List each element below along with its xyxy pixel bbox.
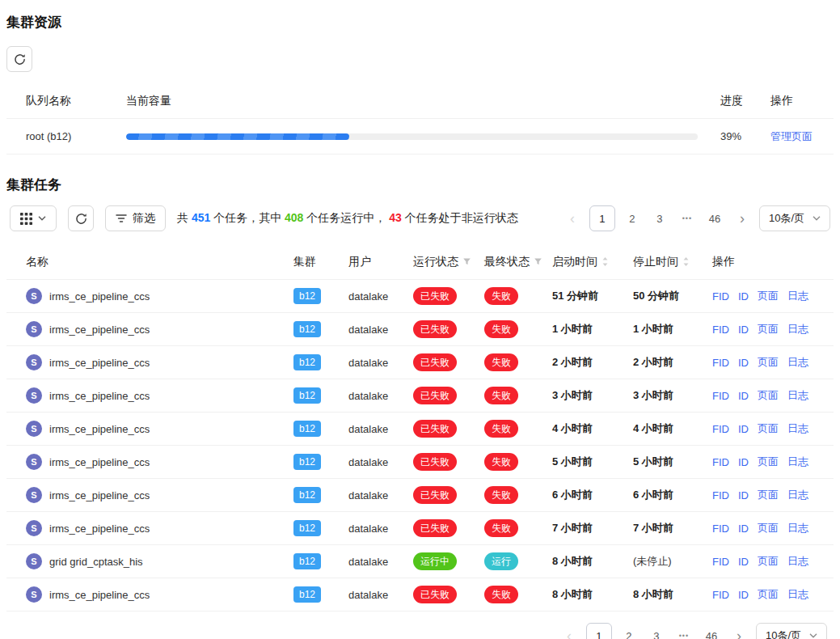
final-status-badge: 失败: [484, 586, 518, 603]
sorter-icon[interactable]: [682, 256, 690, 267]
action-page-link[interactable]: 页面: [758, 322, 779, 336]
action-id-link[interactable]: ID: [738, 357, 749, 369]
page-next-icon[interactable]: ›: [732, 206, 753, 231]
action-id-link[interactable]: ID: [738, 290, 749, 303]
column-start-time[interactable]: 启动时间: [552, 255, 633, 269]
action-fid-link[interactable]: FID: [712, 456, 729, 468]
task-name: irms_ce_pipeline_ccs: [49, 456, 150, 468]
spark-avatar-icon: S: [26, 354, 42, 370]
cluster-tag: b12: [293, 454, 321, 470]
filter-funnel-icon[interactable]: [462, 257, 471, 266]
action-page-link[interactable]: 页面: [758, 488, 779, 502]
row-actions: FIDID页面日志: [712, 421, 821, 436]
action-log-link[interactable]: 日志: [787, 355, 808, 370]
action-id-link[interactable]: ID: [738, 324, 749, 336]
spark-avatar-icon: S: [26, 321, 42, 337]
page-item-2[interactable]: 2: [622, 206, 643, 231]
column-settings-button[interactable]: [10, 205, 57, 231]
action-log-link[interactable]: 日志: [787, 388, 808, 403]
sorter-icon[interactable]: [602, 256, 609, 267]
page-item-1[interactable]: 1: [589, 205, 615, 231]
action-fid-link[interactable]: FID: [712, 523, 729, 535]
page-item-3[interactable]: 3: [649, 206, 670, 231]
page-item-46[interactable]: 46: [701, 624, 722, 639]
page-size-select[interactable]: 10条/页: [759, 205, 830, 231]
action-fid-link[interactable]: FID: [712, 357, 729, 369]
action-log-link[interactable]: 日志: [787, 289, 808, 303]
row-actions: FIDID页面日志: [712, 587, 821, 602]
page-item-46[interactable]: 46: [704, 206, 725, 231]
start-time: 51 分钟前: [552, 289, 633, 303]
action-fid-link[interactable]: FID: [712, 489, 729, 501]
action-page-link[interactable]: 页面: [758, 421, 779, 436]
user-cell: datalake: [348, 489, 413, 501]
refresh-resources-button[interactable]: [6, 46, 32, 72]
stop-time: 1 小时前: [633, 322, 712, 336]
start-time: 2 小时前: [552, 355, 633, 370]
filter-lines-icon: [116, 214, 127, 223]
action-log-link[interactable]: 日志: [787, 455, 808, 469]
page-prev-icon[interactable]: ‹: [562, 206, 583, 231]
refresh-tasks-button[interactable]: [68, 205, 94, 231]
running-count: 408: [285, 211, 303, 224]
action-id-link[interactable]: ID: [738, 456, 749, 468]
action-id-link[interactable]: ID: [738, 556, 749, 568]
action-fid-link[interactable]: FID: [712, 589, 729, 601]
page-item-3[interactable]: 3: [646, 624, 667, 639]
page-ellipsis[interactable]: •••: [673, 624, 694, 639]
task-name: irms_ce_pipeline_ccs: [49, 390, 150, 402]
action-page-link[interactable]: 页面: [758, 289, 779, 303]
page-prev-icon[interactable]: ‹: [559, 624, 580, 639]
manage-page-link[interactable]: 管理页面: [770, 130, 813, 142]
tasks-toolbar: 筛选 共 451 个任务，其中 408 个任务运行中， 43 个任务处于非运行状…: [10, 205, 830, 231]
action-log-link[interactable]: 日志: [787, 488, 808, 502]
action-fid-link[interactable]: FID: [712, 423, 729, 435]
total-count: 451: [192, 211, 210, 224]
action-log-link[interactable]: 日志: [787, 421, 808, 436]
column-capacity: 当前容量: [126, 94, 715, 108]
start-time: 8 小时前: [552, 587, 633, 602]
action-fid-link[interactable]: FID: [712, 290, 729, 303]
column-stop-time[interactable]: 停止时间: [633, 255, 712, 269]
page-item-2[interactable]: 2: [618, 624, 639, 639]
cluster-tag: b12: [293, 321, 321, 337]
action-page-link[interactable]: 页面: [758, 355, 779, 370]
action-fid-link[interactable]: FID: [712, 556, 729, 568]
table-row: S irms_ce_pipeline_ccs b12 datalake 已失败 …: [6, 379, 834, 413]
action-log-link[interactable]: 日志: [787, 554, 808, 569]
user-cell: datalake: [348, 423, 413, 435]
spark-avatar-icon: S: [26, 454, 42, 470]
action-page-link[interactable]: 页面: [758, 455, 779, 469]
run-status-badge: 已失败: [413, 387, 457, 404]
action-id-link[interactable]: ID: [738, 523, 749, 535]
spark-avatar-icon: S: [26, 387, 42, 404]
page-size-select[interactable]: 10条/页: [756, 623, 827, 639]
stop-time: 5 小时前: [633, 455, 712, 469]
row-actions: FIDID页面日志: [712, 289, 821, 303]
final-status-badge: 失败: [484, 353, 518, 371]
action-id-link[interactable]: ID: [738, 489, 749, 501]
action-id-link[interactable]: ID: [738, 423, 749, 435]
action-id-link[interactable]: ID: [738, 589, 749, 601]
cluster-tag: b12: [293, 288, 321, 304]
page-next-icon[interactable]: ›: [728, 624, 749, 639]
action-page-link[interactable]: 页面: [758, 388, 779, 403]
action-log-link[interactable]: 日志: [787, 521, 808, 535]
action-fid-link[interactable]: FID: [712, 390, 729, 402]
action-page-link[interactable]: 页面: [758, 554, 779, 569]
action-page-link[interactable]: 页面: [758, 521, 779, 535]
action-log-link[interactable]: 日志: [787, 322, 808, 336]
cluster-tag: b12: [293, 421, 321, 437]
page-ellipsis[interactable]: •••: [677, 206, 698, 231]
page-item-1[interactable]: 1: [586, 623, 612, 639]
action-log-link[interactable]: 日志: [787, 587, 808, 602]
page: 集群资源 队列名称 当前容量 进度 操作 root (b12) 39% 管理页面…: [0, 0, 840, 639]
action-id-link[interactable]: ID: [738, 390, 749, 402]
final-status-badge: 失败: [484, 453, 518, 471]
filter-button[interactable]: 筛选: [105, 205, 166, 231]
action-page-link[interactable]: 页面: [758, 587, 779, 602]
action-fid-link[interactable]: FID: [712, 324, 729, 336]
filter-funnel-icon[interactable]: [534, 257, 542, 266]
page-size-label: 10条/页: [766, 628, 801, 639]
row-actions: FIDID页面日志: [712, 355, 821, 370]
